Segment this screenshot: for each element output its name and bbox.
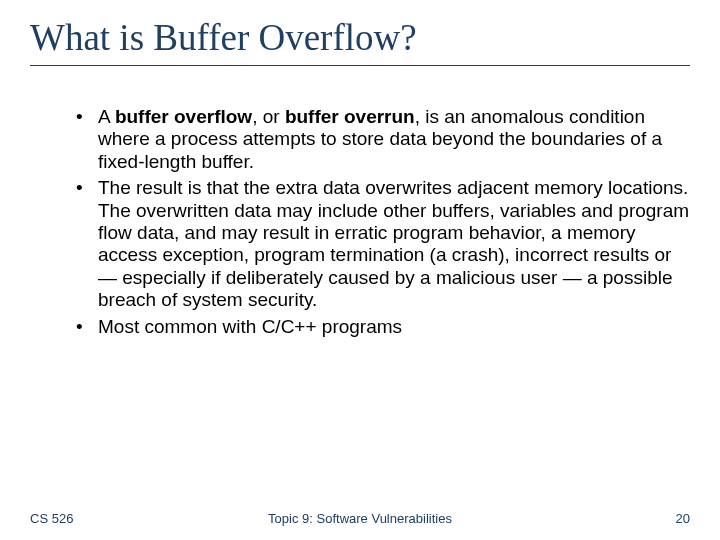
slide-footer: CS 526 Topic 9: Software Vulnerabilities… <box>30 511 690 526</box>
slide-title: What is Buffer Overflow? <box>30 16 690 59</box>
bold-term-overrun: buffer overrun <box>285 106 415 127</box>
footer-course-code: CS 526 <box>30 511 73 526</box>
bullet-text-mid: , or <box>252 106 285 127</box>
title-underline <box>30 65 690 66</box>
footer-page-number: 20 <box>676 511 690 526</box>
footer-topic: Topic 9: Software Vulnerabilities <box>30 511 690 526</box>
slide-body: A buffer overflow, or buffer overrun, is… <box>30 106 690 338</box>
slide: What is Buffer Overflow? A buffer overfl… <box>0 0 720 540</box>
bullet-item: A buffer overflow, or buffer overrun, is… <box>76 106 690 173</box>
bullet-text: Most common with C/C++ programs <box>98 316 402 337</box>
bold-term-overflow: buffer overflow <box>115 106 252 127</box>
bullet-text-prefix: A <box>98 106 115 127</box>
bullet-list: A buffer overflow, or buffer overrun, is… <box>30 106 690 338</box>
bullet-text: The result is that the extra data overwr… <box>98 177 689 310</box>
bullet-item: The result is that the extra data overwr… <box>76 177 690 311</box>
bullet-item: Most common with C/C++ programs <box>76 316 690 338</box>
